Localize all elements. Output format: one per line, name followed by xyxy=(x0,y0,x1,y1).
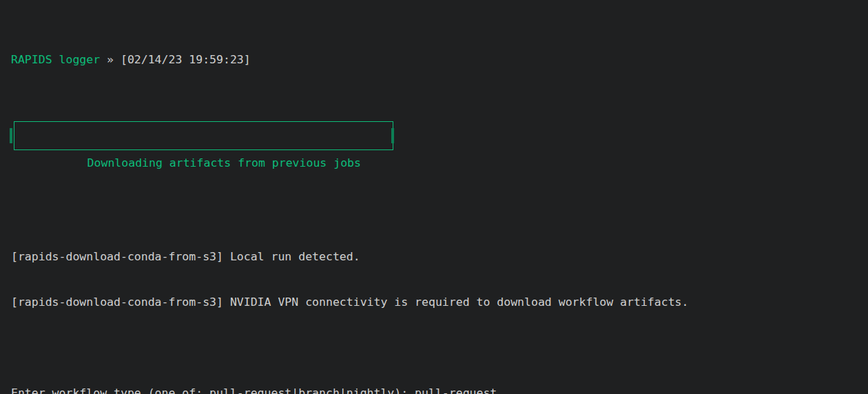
header-separator: » xyxy=(100,53,121,66)
terminal-output[interactable]: RAPIDS logger » [02/14/23 19:59:23] Down… xyxy=(0,0,868,394)
terminal-line xyxy=(11,340,868,355)
banner-right-tick xyxy=(391,128,394,143)
banner-box: Downloading artifacts from previous jobs xyxy=(14,121,393,150)
logger-header: RAPIDS logger » [02/14/23 19:59:23] xyxy=(11,52,868,68)
banner-row: Downloading artifacts from previous jobs xyxy=(11,113,868,158)
terminal-line xyxy=(11,204,868,219)
terminal-line: Enter workflow type (one of: pull-reques… xyxy=(11,386,868,394)
terminal-line: [rapids-download-conda-from-s3] Local ru… xyxy=(11,249,868,265)
banner-left-tick xyxy=(10,128,12,143)
terminal-line: [rapids-download-conda-from-s3] NVIDIA V… xyxy=(11,295,868,310)
logger-name: RAPIDS logger xyxy=(11,53,100,66)
logger-timestamp: [02/14/23 19:59:23] xyxy=(121,53,251,66)
banner-label: Downloading artifacts from previous jobs xyxy=(87,156,361,169)
